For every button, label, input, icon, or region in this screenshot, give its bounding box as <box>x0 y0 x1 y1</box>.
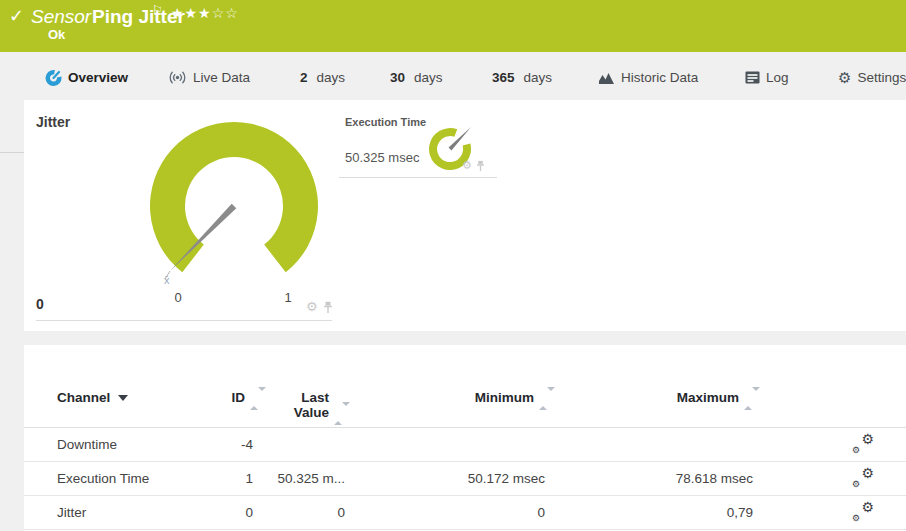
tab-30-days-number: 30 <box>390 70 405 85</box>
tab-365-days-number: 365 <box>492 70 515 85</box>
tab-bar: Overview Live Data 2 days 30 days 365 da… <box>0 62 906 91</box>
jitter-gauge <box>145 118 335 290</box>
stars-empty[interactable]: ☆☆ <box>212 5 239 21</box>
sensor-status-badge: Ok <box>48 27 65 42</box>
tab-settings[interactable]: ⚙ Settings <box>838 65 906 90</box>
channel-settings-gears-icon[interactable]: ⚙⚙ <box>852 468 874 486</box>
channel-row-downtime[interactable]: Downtime -4 ⚙⚙ <box>24 427 906 461</box>
column-header-channel[interactable]: Channel <box>24 345 225 427</box>
jitter-gauge-pin-icon[interactable] <box>323 301 333 314</box>
channel-last-value-cell <box>268 427 352 461</box>
tab-overview[interactable]: Overview <box>45 65 128 90</box>
column-header-id[interactable]: ID <box>225 345 268 427</box>
tab-live-data-label: Live Data <box>193 70 250 85</box>
priority-flag-icon[interactable]: ⚐ <box>152 3 163 17</box>
column-header-actions <box>762 345 906 427</box>
jitter-scale-min: 0 <box>170 290 186 305</box>
jitter-gauge-title: Jitter <box>36 114 70 130</box>
jitter-current-value: 0 <box>36 296 44 312</box>
gear-icon: ⚙ <box>838 69 851 87</box>
tab-365-days-label: days <box>524 70 553 85</box>
tab-log-label: Log <box>766 70 789 85</box>
tab-historic-data-label: Historic Data <box>621 70 698 85</box>
column-header-maximum[interactable]: Maximum <box>557 345 762 427</box>
channel-name-cell[interactable]: Jitter <box>24 495 225 529</box>
column-header-minimum-label: Minimum <box>475 390 534 405</box>
sort-toggle-icon[interactable] <box>744 391 760 406</box>
tab-2-days[interactable]: 2 days <box>300 65 345 90</box>
execution-time-footer-divider <box>339 177 497 178</box>
channel-name-cell[interactable]: Execution Time <box>24 461 225 495</box>
sort-toggle-icon[interactable] <box>334 406 350 421</box>
execution-time-gear-icon[interactable]: ⚙ <box>462 159 472 172</box>
execution-time-gauge-title: Execution Time <box>345 116 426 128</box>
sensor-header-bar: ✓ Sensor Ping Jitter ⚐ ★★★☆☆ Ok <box>0 0 906 52</box>
stars-filled[interactable]: ★★★ <box>171 5 212 21</box>
tab-30-days[interactable]: 30 days <box>390 65 443 90</box>
column-header-maximum-label: Maximum <box>677 390 739 405</box>
gauge-icon <box>45 69 62 86</box>
tab-log[interactable]: Log <box>745 65 789 90</box>
execution-time-pin-icon[interactable] <box>476 160 485 172</box>
execution-time-value: 50.325 msec <box>345 150 419 165</box>
channel-settings-gears-icon[interactable]: ⚙⚙ <box>852 502 874 520</box>
channels-table: Channel ID Last Value Minimum Maximum <box>24 345 906 530</box>
tab-2-days-label: days <box>317 70 346 85</box>
channel-last-value-cell: 0 <box>268 495 352 529</box>
tab-overview-label: Overview <box>68 70 128 85</box>
tab-settings-label: Settings <box>857 70 906 85</box>
channel-maximum-cell: 0,79 <box>557 495 762 529</box>
channel-minimum-cell <box>352 427 557 461</box>
channels-panel: Channel ID Last Value Minimum Maximum <box>24 345 906 531</box>
priority-stars[interactable]: ★★★☆☆ <box>171 5 239 21</box>
channel-maximum-cell: 78.618 msec <box>557 461 762 495</box>
channel-maximum-cell <box>557 427 762 461</box>
sensor-kind-label: Sensor <box>31 6 91 28</box>
channel-minimum-cell: 0 <box>352 495 557 529</box>
channel-name-cell[interactable]: Downtime <box>24 427 225 461</box>
column-header-minimum[interactable]: Minimum <box>352 345 557 427</box>
broadcast-icon <box>168 70 187 85</box>
channels-table-header-row: Channel ID Last Value Minimum Maximum <box>24 345 906 427</box>
channel-id-cell: 1 <box>225 461 268 495</box>
jitter-footer-divider <box>36 320 332 321</box>
gauges-panel: Jitter x̄ 0 1 0 ⚙ Execution Time 50.325 … <box>24 100 906 331</box>
sort-desc-icon <box>118 395 128 401</box>
jitter-scale-max: 1 <box>280 290 296 305</box>
channel-settings-gears-icon[interactable]: ⚙⚙ <box>852 434 874 452</box>
column-header-id-label: ID <box>232 390 246 405</box>
jitter-gauge-gear-icon[interactable]: ⚙ <box>306 299 318 314</box>
tab-historic-data[interactable]: Historic Data <box>598 65 698 90</box>
tab-live-data[interactable]: Live Data <box>168 65 250 90</box>
column-header-channel-label: Channel <box>57 390 110 405</box>
tab-30-days-label: days <box>414 70 443 85</box>
jitter-mean-marker: x̄ <box>164 274 170 286</box>
tab-2-days-number: 2 <box>300 70 308 85</box>
channel-minimum-cell: 50.172 msec <box>352 461 557 495</box>
channel-id-cell: -4 <box>225 427 268 461</box>
log-list-icon <box>745 71 760 84</box>
status-ok-check-icon: ✓ <box>9 5 24 26</box>
column-header-last-value[interactable]: Last Value <box>268 345 352 427</box>
channel-row-execution-time[interactable]: Execution Time 1 50.325 m... 50.172 msec… <box>24 461 906 495</box>
sort-toggle-icon[interactable] <box>250 391 266 406</box>
tab-365-days[interactable]: 365 days <box>492 65 552 90</box>
column-header-last-value-label: Last Value <box>285 390 329 420</box>
sort-toggle-icon[interactable] <box>539 391 555 406</box>
channel-row-jitter[interactable]: Jitter 0 0 0 0,79 ⚙⚙ <box>24 495 906 529</box>
area-chart-icon <box>598 71 615 85</box>
channel-last-value-cell: 50.325 m... <box>268 461 352 495</box>
channel-id-cell: 0 <box>225 495 268 529</box>
